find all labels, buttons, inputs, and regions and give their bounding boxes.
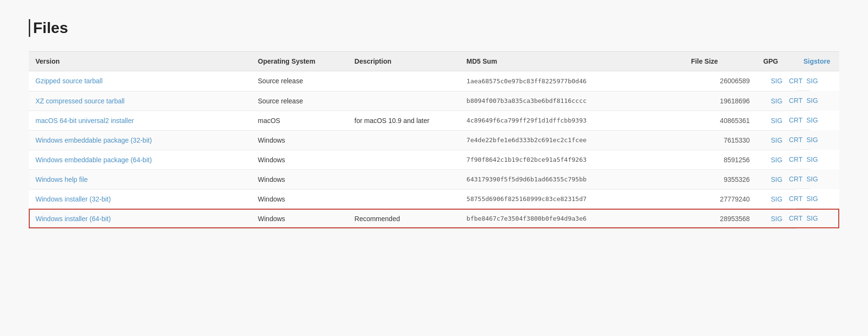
version-cell: Gzipped source tarball [29,71,251,91]
table-row: Windows help fileWindows643179390f5f5d9d… [29,169,839,189]
table-row: Gzipped source tarballSource release1aea… [29,71,839,91]
sigstore-cell: CRTSIG [797,111,810,130]
sigstore-cell: CRTSIG [797,71,810,91]
description-cell [348,150,460,169]
gpg-sig-link[interactable]: SIG [771,117,782,124]
description-cell [348,189,460,209]
version-cell: Windows embeddable package (32-bit) [29,130,251,150]
version-link[interactable]: Windows installer (32-bit) [35,195,111,203]
sigstore-sig-link[interactable]: SIG [806,136,818,144]
md5-cell: 7f90f8642c1b19cf02bce91a5f4f9263 [460,150,684,169]
col-header-filesize: File Size [684,52,757,71]
version-link[interactable]: Windows embeddable package (64-bit) [35,156,152,164]
crt-link[interactable]: CRT [789,214,803,222]
os-cell: Source release [251,71,347,91]
version-cell: Windows help file [29,169,251,189]
md5-cell: b8094f007b3a835ca3be6bdf8116cccc [460,91,684,111]
version-link[interactable]: Windows help file [35,176,88,183]
filesize-cell: 9355326 [684,169,757,189]
os-cell: Source release [251,91,347,111]
version-cell: Windows installer (32-bit) [29,189,251,209]
table-row: Windows installer (64-bit)WindowsRecomme… [29,209,839,228]
version-cell: Windows installer (64-bit) [29,209,251,228]
gpg-sig-link[interactable]: SIG [771,215,782,223]
version-link[interactable]: Gzipped source tarball [35,77,103,85]
os-cell: Windows [251,189,347,209]
table-row: Windows embeddable package (64-bit)Windo… [29,150,839,169]
col-header-os: Operating System [251,52,347,71]
col-header-md5: MD5 Sum [460,52,684,71]
sigstore-sig-link[interactable]: SIG [806,116,818,124]
filesize-cell: 40865361 [684,111,757,130]
version-link[interactable]: macOS 64-bit universal2 installer [35,117,134,124]
sigstore-sig-link[interactable]: SIG [806,175,818,183]
description-cell [348,130,460,150]
col-header-description: Description [348,52,460,71]
sigstore-sig-link[interactable]: SIG [806,97,818,104]
description-cell [348,91,460,111]
description-cell [348,71,460,91]
sigstore-cell: CRTSIG [797,130,810,150]
sigstore-sig-link[interactable]: SIG [806,77,818,85]
version-link[interactable]: Windows installer (64-bit) [35,215,111,223]
crt-link[interactable]: CRT [789,77,803,85]
table-row: Windows installer (32-bit)Windows58755d6… [29,189,839,209]
os-cell: Windows [251,169,347,189]
table-row: macOS 64-bit universal2 installermacOSfo… [29,111,839,130]
sigstore-cell: CRTSIG [797,189,810,209]
version-link[interactable]: XZ compressed source tarball [35,97,125,105]
version-cell: XZ compressed source tarball [29,91,251,111]
crt-link[interactable]: CRT [789,195,803,202]
sigstore-sig-link[interactable]: SIG [806,156,818,163]
sigstore-cell: CRTSIG [797,169,810,189]
os-cell: Windows [251,150,347,169]
sigstore-cell: CRTSIG [797,91,810,111]
gpg-sig-link[interactable]: SIG [771,136,782,144]
sigstore-sig-link[interactable]: SIG [806,195,818,202]
filesize-cell: 19618696 [684,91,757,111]
filesize-cell: 26006589 [684,71,757,91]
crt-link[interactable]: CRT [789,97,803,104]
filesize-cell: 28953568 [684,209,757,228]
filesize-cell: 8591256 [684,150,757,169]
md5-cell: 7e4de22bfe1e6d333b2c691ec2c1fcee [460,130,684,150]
table-row: Windows embeddable package (32-bit)Windo… [29,130,839,150]
gpg-sig-link[interactable]: SIG [771,77,782,85]
crt-link[interactable]: CRT [789,156,803,163]
table-header-row: Version Operating System Description MD5… [29,52,839,71]
col-header-gpg: GPG [756,52,797,71]
files-table: Version Operating System Description MD5… [29,51,839,229]
md5-cell: 643179390f5f5d9d6b1ad66355c795bb [460,169,684,189]
version-cell: macOS 64-bit universal2 installer [29,111,251,130]
md5-cell: bfbe8467c7e3504f3800b0fe94d9a3e6 [460,209,684,228]
gpg-sig-link[interactable]: SIG [771,195,782,203]
version-link[interactable]: Windows embeddable package (32-bit) [35,136,152,144]
description-cell [348,169,460,189]
col-header-version: Version [29,52,251,71]
md5-cell: 58755d6906f825168999c83ce82315d7 [460,189,684,209]
description-cell: for macOS 10.9 and later [348,111,460,130]
sigstore-cell: CRTSIG [797,150,810,169]
filesize-cell: 7615330 [684,130,757,150]
col-header-sigstore: Sigstore [797,52,839,71]
sigstore-sig-link[interactable]: SIG [806,214,818,222]
crt-link[interactable]: CRT [789,175,803,183]
version-cell: Windows embeddable package (64-bit) [29,150,251,169]
os-cell: macOS [251,111,347,130]
crt-link[interactable]: CRT [789,116,803,124]
gpg-sig-link[interactable]: SIG [771,156,782,164]
os-cell: Windows [251,209,347,228]
sigstore-cell: CRTSIG [797,209,810,228]
description-cell: Recommended [348,209,460,228]
table-row: XZ compressed source tarballSource relea… [29,91,839,111]
gpg-sig-link[interactable]: SIG [771,176,782,183]
md5-cell: 4c89649f6ca799ff29f1d1dffcbb9393 [460,111,684,130]
gpg-sig-link[interactable]: SIG [771,97,782,105]
os-cell: Windows [251,130,347,150]
md5-cell: 1aea68575c0e97bc83ff8225977b0d46 [460,71,684,91]
crt-link[interactable]: CRT [789,136,803,144]
page-title: Files [29,19,839,37]
filesize-cell: 27779240 [684,189,757,209]
